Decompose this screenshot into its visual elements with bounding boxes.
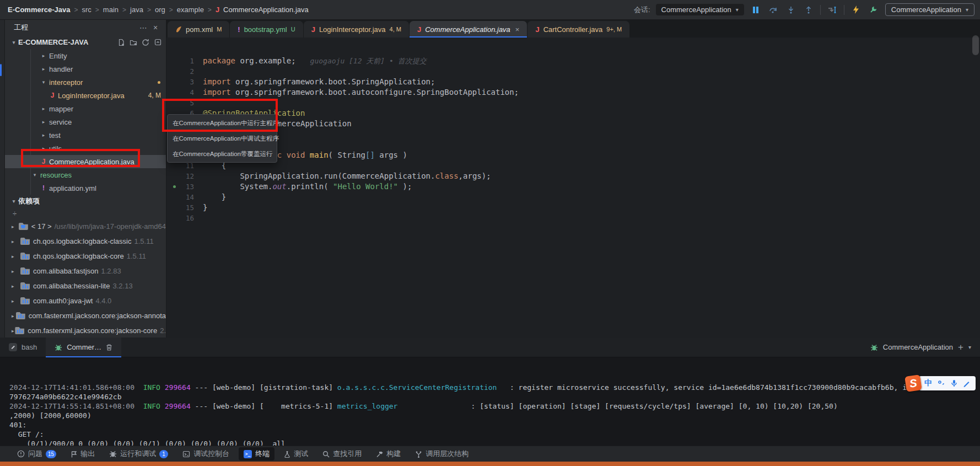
code-line: 10 public static void main( String[] arg… [166,150,980,160]
tree-row[interactable]: ▸Entity [5,49,166,62]
line-number: 1 [166,56,194,66]
statusbar-item-flask[interactable]: 测试 [279,447,313,460]
dependency-name: com.fasterxml.jackson.core:jackson-annot… [29,312,166,320]
dependency-row-jdk[interactable]: ▸< 17 >/usr/lib/jvm/java-17-openjdk-amd6… [5,219,166,234]
step-into-icon[interactable] [785,4,797,16]
jdk-path: /usr/lib/jvm/java-17-openjdk-amd64 [55,222,166,231]
breadcrumb-segment[interactable]: java [130,6,143,14]
terminal-run-config: CommerceApplication+▾ [870,342,980,353]
tree-row[interactable]: ▾resources [5,168,166,181]
breadcrumb-separator: > [95,6,99,14]
run-menu-item[interactable]: 在CommerceApplication带覆盖运行 [168,146,277,162]
statusbar-item-flag[interactable]: 输出 [66,447,100,460]
run-to-cursor-icon[interactable] [826,4,838,16]
run-menu: 在CommerceApplication中运行主程序在CommerceAppli… [167,114,277,163]
chevron-down-icon[interactable]: ▾ [968,344,971,350]
statusbar-item-label: 测试 [294,449,308,459]
editor-tab[interactable]: JCartController.java9+, M [527,21,629,38]
terminal-tab[interactable]: bash [0,338,46,357]
session-select[interactable]: CommerceApplication ▾ [656,4,744,15]
statusbar-item-label: 输出 [80,449,95,459]
project-root-row[interactable]: ▾ E-COMMERCE-JAVA [5,35,166,49]
ime-lang-toggle[interactable]: 中 [924,378,932,388]
run-menu-item[interactable]: 在CommerceApplication中运行主程序 [168,115,277,131]
java-file-icon: J [417,25,421,34]
session-label: 会话: [634,5,650,15]
breadcrumb-segment[interactable]: example [177,6,204,14]
dependency-row[interactable]: ▸com.auth0:java-jwt4.4.0 [5,293,166,308]
tree-row[interactable]: !application.yml [5,181,166,195]
build-wrench-icon[interactable] [868,4,880,16]
tree-row[interactable]: JCommerceApplication.java [5,155,166,168]
tree-row[interactable]: ▸test [5,128,166,142]
ime-punct-icon[interactable] [938,380,945,387]
statusbar-item-termsq[interactable]: >_终端 [239,447,274,460]
editor-tab[interactable]: pom.xmlM [168,21,229,38]
editor-tab[interactable]: !bootstrap.ymlU [230,21,303,38]
chevron-right-icon: ▸ [39,66,48,72]
java-file-icon: J [311,25,315,34]
close-panel-icon[interactable]: × [149,23,161,32]
breadcrumb-segment[interactable]: main [103,6,119,14]
run-menu-item[interactable]: 在CommerceApplication中调试主程序 [168,131,277,146]
flask-icon [284,451,290,458]
statusbar-item-hammer[interactable]: 构建 [371,447,406,460]
code-area[interactable]: 1package org.example;guogaoju [12 天前] • … [166,38,980,338]
statusbar-item-hierarchy[interactable]: 调用层次结构 [410,447,473,460]
more-actions-icon[interactable]: ⋯ [137,23,149,32]
step-out-icon[interactable] [803,4,815,16]
statusbar-item-search[interactable]: 查找引用 [317,447,367,460]
trash-icon[interactable] [106,344,112,351]
dependencies-header[interactable]: ▾ 依赖项 [5,195,166,208]
statusbar-item-warning[interactable]: 问题15 [12,447,61,460]
dependency-row[interactable]: ▸com.fasterxml.jackson.core:jackson-anno… [5,308,166,323]
editor-tab[interactable]: JLoginInterceptor.java4, M [304,21,409,38]
refresh-icon[interactable] [139,37,152,48]
sogou-logo-icon[interactable]: S [904,374,922,392]
tree-row[interactable]: ▸service [5,115,166,128]
filter-icon[interactable]: ÷ [13,210,17,218]
debug-bug-icon [55,344,62,351]
tree-row[interactable]: ▸utils [5,142,166,155]
tree-row[interactable]: ▸handler [5,62,166,76]
breadcrumb-segment[interactable]: E-Commerce-Java [8,6,70,14]
code-text: SpringApplication.run(CommerceApplicatio… [203,171,491,181]
dependency-row[interactable]: ▸ch.qos.logback:logback-classic1.5.11 [5,234,166,249]
lightning-icon[interactable] [850,4,862,16]
editor-scrollbar-thumb[interactable] [972,35,979,55]
statusbar-item-label: 问题 [28,449,42,459]
pause-icon[interactable] [750,4,762,16]
dependency-row[interactable]: ▸com.fasterxml.jackson.core:jackson-core… [5,323,166,338]
dependency-row[interactable]: ▸ch.qos.logback:logback-core1.5.11 [5,249,166,264]
statusbar-item-bug[interactable]: 运行和调试1 [104,447,173,460]
dependency-row[interactable]: ▸com.alibaba:fastjson1.2.83 [5,264,166,278]
pen-icon[interactable] [963,380,970,387]
step-over-icon[interactable] [767,4,779,16]
tree-item-label: application.yml [49,184,96,192]
editor-tab[interactable]: JCommerceApplication.java× [410,21,527,38]
ide-window: E-Commerce-Java>src>main>java>org>exampl… [0,0,980,466]
java-file-icon: J [216,6,219,14]
tree-row[interactable]: JLoginInterceptor.java4, M [5,89,166,102]
breadcrumb-separator: > [169,6,173,14]
close-tab-icon[interactable]: × [515,25,520,34]
dependency-row[interactable]: ▸com.alibaba:hessian-lite3.2.13 [5,278,166,293]
tree-row[interactable]: ▾interceptor [5,76,166,89]
new-terminal-button[interactable]: + [958,342,963,353]
terminal-tab[interactable]: Commer… [46,338,121,357]
run-config-select[interactable]: CommerceApplication ▾ [885,3,974,16]
new-file-icon[interactable] [115,37,127,48]
chevron-down-icon: ▾ [39,79,48,85]
statusbar-item-console[interactable]: 调试控制台 [177,447,234,460]
tree-row[interactable]: ▸mapper [5,102,166,115]
statusbar-item-label: 查找引用 [333,449,362,459]
flag-icon [71,451,77,458]
breadcrumb-file[interactable]: CommerceApplication.java [223,6,309,14]
collapse-all-icon[interactable] [152,37,164,48]
breadcrumb-segment[interactable]: src [82,6,91,14]
breadcrumb-segment[interactable]: org [155,6,165,14]
terminal-line: 401: [9,420,978,430]
new-folder-icon[interactable] [127,37,139,48]
microphone-icon[interactable] [951,379,957,387]
code-line: 2 [166,66,980,77]
